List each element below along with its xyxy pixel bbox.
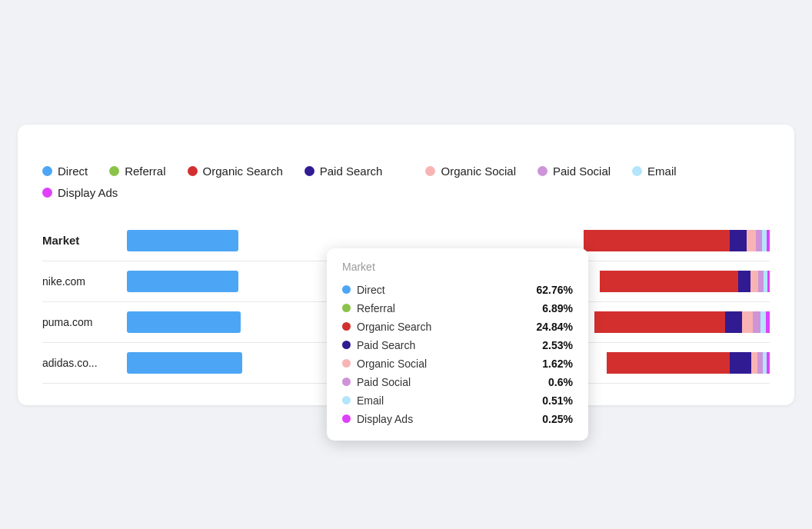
tooltip-dot <box>342 304 351 312</box>
bar-segment <box>750 271 758 292</box>
legend-label: Paid Social <box>553 165 611 178</box>
bars-left <box>127 352 296 374</box>
tooltip-row: Email0.51% <box>342 391 573 410</box>
tooltip-row: Display Ads0.25% <box>342 410 573 428</box>
bar-direct <box>127 352 242 374</box>
bar-segment <box>607 352 730 374</box>
tooltip-item-label: Paid Search <box>357 339 415 351</box>
tooltip-item-label: Email <box>357 394 384 407</box>
bar-segment <box>730 230 747 251</box>
legend-item: Display Ads <box>42 186 118 199</box>
legend-item: Organic Search <box>188 165 283 178</box>
legend-dot <box>537 166 547 176</box>
tooltip-label-group: Display Ads <box>342 413 413 425</box>
legend-label: Referral <box>125 165 165 178</box>
tooltip-label-group: Email <box>342 394 384 407</box>
tooltip-dot <box>342 285 351 294</box>
tooltip-row: Organic Search24.84% <box>342 318 573 336</box>
tooltip-row: Paid Search2.53% <box>342 336 573 354</box>
tooltip-label-group: Paid Search <box>342 339 415 351</box>
bar-segment <box>766 311 770 333</box>
tooltip-item-value: 1.62% <box>542 358 573 370</box>
tooltip: MarketDirect62.76%Referral6.89%Organic S… <box>327 248 588 441</box>
legend-label: Organic Search <box>203 165 283 178</box>
bar-segment <box>767 271 770 292</box>
row-label: nike.com <box>42 275 127 288</box>
legend-dot <box>632 166 642 176</box>
tooltip-title: Market <box>342 261 573 273</box>
row-label: Market <box>42 234 127 247</box>
tooltip-dot <box>342 414 351 423</box>
chart-section: Marketnike.compuma.comadidas.co...Market… <box>42 221 770 384</box>
bar-direct <box>127 230 238 251</box>
tooltip-row: Organic Social1.62% <box>342 354 573 373</box>
traffic-strategy-card: DirectReferralOrganic SearchPaid SearchO… <box>18 125 794 405</box>
legend-dot <box>304 166 314 176</box>
bar-segment <box>747 230 756 251</box>
tooltip-dot <box>342 378 351 386</box>
tooltip-item-label: Referral <box>357 302 395 314</box>
tooltip-label-group: Referral <box>342 302 395 314</box>
tooltip-dot <box>342 396 351 404</box>
bar-direct <box>127 311 241 333</box>
legend: DirectReferralOrganic SearchPaid SearchO… <box>42 165 770 199</box>
tooltip-item-value: 24.84% <box>537 321 573 333</box>
tooltip-row: Referral6.89% <box>342 299 573 318</box>
bar-segment <box>738 271 750 292</box>
legend-item: Organic Social <box>425 165 516 178</box>
row-label: adidas.co... <box>42 357 127 369</box>
tooltip-dot <box>342 341 351 349</box>
bar-segment <box>600 271 738 292</box>
row-label: puma.com <box>42 316 127 328</box>
bars-left <box>127 230 296 251</box>
tooltip-item-value: 0.25% <box>542 413 573 425</box>
tooltip-item-value: 0.51% <box>542 394 573 407</box>
legend-label: Display Ads <box>58 186 118 199</box>
legend-label: Organic Social <box>441 165 516 178</box>
tooltip-label-group: Organic Search <box>342 321 431 333</box>
bar-segment <box>584 230 730 251</box>
tooltip-dot <box>342 322 351 331</box>
legend-dot <box>42 188 52 198</box>
bar-segment <box>742 311 753 333</box>
legend-dot <box>188 166 198 176</box>
bar-segment <box>758 271 764 292</box>
legend-dot <box>42 166 52 176</box>
tooltip-dot <box>342 359 351 368</box>
tooltip-label-group: Paid Social <box>342 376 411 388</box>
legend-item: Referral <box>109 165 165 178</box>
bar-segment <box>756 230 762 251</box>
tooltip-label-group: Organic Social <box>342 358 427 370</box>
legend-item: Direct <box>42 165 88 178</box>
legend-label: Direct <box>58 165 88 178</box>
bar-segment <box>725 311 742 333</box>
bar-segment <box>594 311 725 333</box>
legend-label: Email <box>647 165 677 178</box>
bar-segment <box>751 352 757 374</box>
tooltip-item-label: Paid Social <box>357 376 411 388</box>
legend-label: Paid Search <box>320 165 383 178</box>
tooltip-item-label: Direct <box>357 284 385 296</box>
bar-segment <box>760 311 766 333</box>
tooltip-item-label: Display Ads <box>357 413 413 425</box>
legend-dot <box>425 166 435 176</box>
tooltip-label-group: Direct <box>342 284 385 296</box>
legend-dot <box>109 166 119 176</box>
tooltip-item-value: 0.6% <box>548 376 573 388</box>
bar-segment <box>757 352 763 374</box>
tooltip-item-label: Organic Search <box>357 321 431 333</box>
bar-segment <box>730 352 751 374</box>
tooltip-item-value: 62.76% <box>537 284 573 296</box>
bars-left <box>127 271 296 292</box>
tooltip-row: Paid Social0.6% <box>342 373 573 391</box>
tooltip-row: Direct62.76% <box>342 281 573 299</box>
tooltip-item-value: 2.53% <box>542 339 573 351</box>
bar-direct <box>127 271 238 292</box>
bar-segment <box>767 230 770 251</box>
tooltip-item-value: 6.89% <box>542 302 573 314</box>
legend-item: Email <box>632 165 677 178</box>
bars-left <box>127 311 296 333</box>
tooltip-item-label: Organic Social <box>357 358 427 370</box>
bar-segment <box>767 352 770 374</box>
legend-item: Paid Social <box>537 165 611 178</box>
